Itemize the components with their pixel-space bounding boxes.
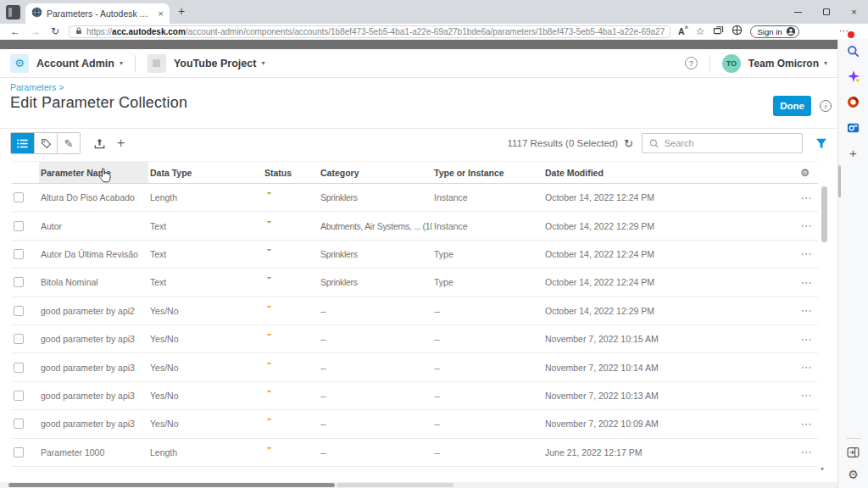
- row-checkbox[interactable]: [14, 363, 24, 373]
- tab-workspaces-icon[interactable]: [6, 5, 20, 19]
- table-row[interactable]: Autor Text Abutments, Air Systems, ... (…: [12, 212, 818, 240]
- search-input[interactable]: [665, 138, 795, 148]
- breadcrumb-link[interactable]: Parameters: [10, 82, 56, 92]
- account-menu[interactable]: Team Omicron: [748, 58, 819, 69]
- sidebar-add-button[interactable]: +: [845, 144, 862, 161]
- status-dot: [266, 306, 272, 308]
- refresh-results-icon[interactable]: ↻: [624, 138, 633, 149]
- refresh-icon[interactable]: ↻: [51, 26, 59, 36]
- sidebar-outlook-button[interactable]: [845, 119, 862, 136]
- row-checkbox[interactable]: [14, 419, 24, 429]
- account-avatar[interactable]: TO: [722, 54, 741, 73]
- edit-view-button[interactable]: ✎: [57, 133, 80, 153]
- column-header-category[interactable]: Category: [319, 162, 432, 183]
- table-row[interactable]: good parameter by api3 Yes/No -- -- Nove…: [12, 353, 818, 381]
- product-switcher[interactable]: Account Admin: [36, 58, 114, 69]
- row-checkbox[interactable]: [14, 334, 24, 344]
- column-header-date-modified[interactable]: Date Modified: [543, 162, 761, 183]
- row-menu-icon[interactable]: ⋯: [801, 305, 814, 316]
- row-checkbox[interactable]: [14, 447, 24, 458]
- sidebar-settings-button[interactable]: ⚙: [845, 466, 862, 483]
- add-parameter-button[interactable]: +: [117, 136, 125, 150]
- table-row[interactable]: Autor Da Última Revisão Text Sprinklers …: [12, 241, 818, 269]
- row-menu-icon[interactable]: ⋯: [801, 390, 814, 401]
- tab-close-icon[interactable]: ×: [159, 9, 164, 19]
- cell-category: Abutments, Air Systems, ... (10): [319, 221, 432, 231]
- table-row[interactable]: Parameter 1000 Length -- -- June 21, 202…: [12, 439, 818, 467]
- sidebar-panel-button[interactable]: [845, 444, 862, 461]
- row-select-cell: [12, 249, 39, 259]
- url-field[interactable]: https://acc.autodesk.com/account-admin/c…: [69, 25, 670, 38]
- table-scroll-down-icon[interactable]: ▾: [821, 465, 824, 473]
- list-view-button[interactable]: [11, 133, 34, 153]
- table-row[interactable]: good parameter by api3 Yes/No -- -- Nove…: [12, 410, 818, 438]
- cell-data-type: Yes/No: [148, 334, 263, 344]
- window-close-button[interactable]: ×: [840, 0, 868, 24]
- status-dot: [266, 221, 272, 224]
- column-settings-icon[interactable]: ⚙: [800, 168, 810, 178]
- project-thumbnail-inner: [153, 59, 160, 67]
- table-row[interactable]: good parameter by api3 Yes/No -- -- Nove…: [12, 325, 818, 353]
- table-row[interactable]: good parameter by api3 Yes/No -- -- Nove…: [12, 382, 818, 410]
- status-dot: [266, 447, 272, 450]
- cell-category: Sprinklers: [319, 249, 432, 259]
- account-admin-gear-icon[interactable]: ⚙: [10, 54, 29, 73]
- product-caret-icon[interactable]: ▾: [120, 59, 123, 67]
- row-menu-icon[interactable]: ⋯: [801, 446, 814, 458]
- row-menu-icon[interactable]: ⋯: [801, 192, 814, 203]
- browser-tab[interactable]: Parameters - Autodesk Account ×: [25, 3, 170, 24]
- sign-in-button[interactable]: Sign in: [750, 25, 799, 38]
- row-menu-icon[interactable]: ⋯: [801, 419, 814, 430]
- row-checkbox[interactable]: [14, 306, 24, 316]
- column-header-status[interactable]: Status: [263, 162, 319, 183]
- project-caret-icon[interactable]: ▾: [261, 59, 264, 67]
- horizontal-scrollbar: [0, 482, 837, 488]
- browser-essentials-icon[interactable]: [732, 24, 743, 39]
- cell-category: Sprinklers: [319, 277, 432, 287]
- upload-button[interactable]: [93, 137, 106, 150]
- cell-data-type: Text: [148, 277, 263, 287]
- read-aloud-icon[interactable]: A˄: [678, 26, 688, 36]
- cell-actions: ⋯: [761, 390, 818, 401]
- new-tab-button[interactable]: +: [178, 4, 185, 18]
- sidebar-search-button[interactable]: [845, 42, 862, 59]
- account-caret-icon[interactable]: ▾: [824, 59, 827, 67]
- table-row[interactable]: Bitola Nominal Text Sprinklers Type Octo…: [12, 269, 818, 297]
- window-minimize-button[interactable]: [784, 0, 812, 24]
- row-checkbox[interactable]: [14, 277, 24, 287]
- cell-status: [263, 447, 319, 458]
- back-icon[interactable]: ←: [10, 26, 20, 36]
- tag-view-button[interactable]: [34, 133, 57, 153]
- row-menu-icon[interactable]: ⋯: [801, 362, 814, 373]
- column-header-parameter-name[interactable]: Parameter Name: [39, 162, 148, 183]
- window-maximize-button[interactable]: [812, 0, 840, 24]
- cell-actions: ⋯: [761, 334, 818, 345]
- horizontal-scrollbar-thumb[interactable]: [8, 483, 335, 487]
- header-divider-right: [709, 55, 710, 72]
- profile-avatar-icon: [786, 26, 796, 36]
- table-row[interactable]: good parameter by api2 Yes/No -- -- Octo…: [12, 297, 818, 325]
- favorites-icon[interactable]: ☆: [696, 26, 705, 36]
- row-checkbox[interactable]: [14, 192, 24, 202]
- row-menu-icon[interactable]: ⋯: [801, 248, 814, 259]
- row-menu-icon[interactable]: ⋯: [801, 334, 814, 345]
- column-header-data-type[interactable]: Data Type: [148, 162, 263, 183]
- sidebar-copilot-button[interactable]: [845, 68, 862, 85]
- info-icon[interactable]: i: [820, 100, 832, 112]
- row-checkbox[interactable]: [14, 391, 24, 401]
- filter-button[interactable]: [815, 138, 827, 149]
- row-menu-icon[interactable]: ⋯: [801, 277, 814, 288]
- table-row[interactable]: Altura Do Piso Acabado Length Sprinklers…: [12, 184, 818, 212]
- collections-icon[interactable]: [713, 24, 724, 39]
- sidebar-office-button[interactable]: [845, 93, 862, 110]
- toolbar: ✎ + 1117 Results (0 Selected) ↻: [10, 131, 827, 155]
- row-checkbox[interactable]: [14, 249, 24, 259]
- row-checkbox[interactable]: [14, 221, 24, 231]
- search-box: [642, 133, 803, 153]
- row-menu-icon[interactable]: ⋯: [801, 220, 814, 231]
- help-icon[interactable]: ?: [685, 57, 698, 69]
- table-vertical-scrollbar-thumb[interactable]: [821, 186, 827, 242]
- done-button[interactable]: Done: [773, 96, 811, 116]
- column-header-type-or-instance[interactable]: Type or Instance: [432, 162, 543, 183]
- project-switcher[interactable]: YouTube Project: [174, 58, 256, 69]
